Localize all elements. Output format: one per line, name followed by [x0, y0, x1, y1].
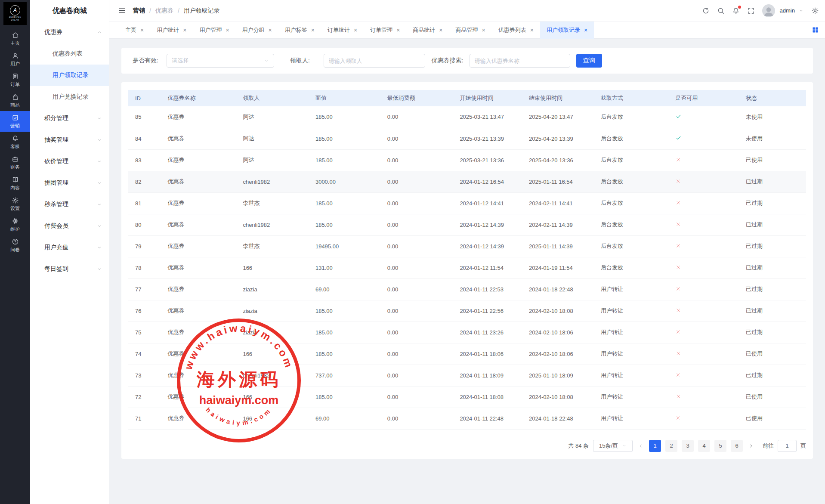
breadcrumb-coupon[interactable]: 优惠券 [155, 7, 173, 15]
cell-method: 后台发放 [594, 171, 668, 192]
sidebar-group-抽奖管理[interactable]: 抽奖管理 [30, 129, 109, 151]
close-icon[interactable]: × [354, 27, 357, 33]
chevron-down-icon[interactable] [798, 8, 804, 13]
sidebar-item-用户领取记录[interactable]: 用户领取记录 [30, 65, 109, 86]
avatar[interactable] [762, 4, 775, 17]
brand-logo[interactable]: A AMERICANDREAM [3, 2, 27, 25]
table-row: 74优惠券166185.000.002024-01-11 18:062024-0… [128, 343, 806, 365]
tab-商品管理[interactable]: 商品管理× [449, 22, 492, 39]
tab-用户分组[interactable]: 用户分组× [236, 22, 278, 39]
sidebar-item-优惠券列表[interactable]: 优惠券列表 [30, 43, 109, 65]
page-button-3[interactable]: 3 [682, 440, 694, 452]
sidebar-group-付费会员[interactable]: 付费会员 [30, 215, 109, 237]
close-icon[interactable]: × [482, 27, 485, 33]
rail-item-goods[interactable]: 商品 [0, 90, 30, 111]
tab-商品统计[interactable]: 商品统计× [406, 22, 449, 39]
tab-用户管理[interactable]: 用户管理× [193, 22, 235, 39]
cell-method: 后台发放 [594, 235, 668, 257]
tab-优惠券列表[interactable]: 优惠券列表× [492, 22, 540, 39]
collapse-menu-icon[interactable] [118, 6, 126, 15]
close-icon[interactable]: × [140, 27, 144, 33]
cell-id: 80 [128, 214, 161, 235]
cell-name: 优惠券 [161, 386, 236, 408]
cell-available [668, 128, 739, 149]
rail-item-settings[interactable]: 设置 [0, 194, 30, 214]
page-button-2[interactable]: 2 [665, 440, 677, 452]
sidebar-item-用户兑换记录[interactable]: 用户兑换记录 [30, 86, 109, 108]
grid-layout-icon[interactable] [812, 26, 819, 34]
sidebar-group-label: 抽奖管理 [44, 136, 68, 144]
sidebar-group-每日签到[interactable]: 每日签到 [30, 258, 109, 280]
username[interactable]: admin [780, 7, 795, 14]
content-icon [12, 176, 19, 183]
sidebar-group-积分管理[interactable]: 积分管理 [30, 108, 109, 129]
chevdown-icon [97, 223, 102, 229]
query-button[interactable]: 查询 [576, 54, 602, 68]
cell-end: 2025-04-20 13:47 [522, 106, 594, 128]
gear-icon[interactable] [811, 7, 819, 15]
sidebar-group-label: 秒杀管理 [44, 201, 68, 208]
sidebar-groups: 积分管理抽奖管理砍价管理拼团管理秒杀管理付费会员用户充值每日签到 [30, 108, 109, 280]
close-icon[interactable]: × [311, 27, 315, 33]
rail-item-content[interactable]: 内容 [0, 173, 30, 194]
page-button-6[interactable]: 6 [731, 440, 743, 452]
sidebar-group-砍价管理[interactable]: 砍价管理 [30, 151, 109, 172]
page-button-1[interactable]: 1 [649, 440, 661, 452]
sidebar-group-用户充值[interactable]: 用户充值 [30, 237, 109, 258]
search-icon[interactable] [717, 7, 725, 15]
coupon-submenu: 优惠券列表用户领取记录用户兑换记录 [30, 43, 109, 108]
cell-min_spend: 0.00 [380, 235, 453, 257]
close-icon[interactable]: × [530, 27, 534, 33]
cell-id: 71 [128, 408, 161, 429]
tab-用户标签[interactable]: 用户标签× [278, 22, 321, 39]
tab-主页[interactable]: 主页× [119, 22, 150, 39]
chevdown-icon [97, 180, 102, 186]
next-page-icon[interactable] [748, 443, 754, 449]
receiver-input[interactable] [324, 54, 425, 68]
cell-end: 2024-01-18 22:48 [522, 408, 594, 429]
sidebar-group-coupon[interactable]: 优惠券 [30, 22, 109, 43]
rail-item-home[interactable]: 主页 [0, 28, 30, 49]
tab-订单统计[interactable]: 订单统计× [321, 22, 364, 39]
rail-item-order[interactable]: 订单 [0, 70, 30, 90]
close-icon[interactable]: × [226, 27, 229, 33]
tab-订单管理[interactable]: 订单管理× [364, 22, 406, 39]
pagination: 共 84 条 15条/页 123456 前往 页 [128, 440, 806, 452]
page-button-5[interactable]: 5 [714, 440, 726, 452]
cell-id: 75 [128, 322, 161, 343]
cell-method: 用户转让 [594, 386, 668, 408]
notification-bell[interactable] [732, 7, 740, 15]
close-icon[interactable]: × [183, 27, 186, 33]
prev-page-icon[interactable] [638, 443, 644, 449]
close-icon[interactable]: × [439, 27, 442, 33]
rail-item-service[interactable]: 客服 [0, 132, 30, 152]
close-icon[interactable]: × [396, 27, 400, 33]
page-size-select[interactable]: 15条/页 [593, 440, 633, 452]
rail-item-finance[interactable]: 财务 [0, 152, 30, 173]
fullscreen-icon[interactable] [747, 7, 755, 15]
close-icon[interactable]: × [269, 27, 272, 33]
rail-item-user[interactable]: 用户 [0, 49, 30, 70]
cell-status: 未使用 [739, 128, 806, 149]
tab-用户领取记录[interactable]: 用户领取记录× [540, 22, 594, 39]
rail-item-maintain[interactable]: 维护 [0, 214, 30, 235]
cell-start: 2024-01-11 22:53 [453, 278, 522, 300]
sidebar-group-秒杀管理[interactable]: 秒杀管理 [30, 194, 109, 215]
cell-id: 72 [128, 386, 161, 408]
rail-item-survey[interactable]: 问卷 [0, 235, 30, 256]
coupon-search-input[interactable] [470, 54, 570, 68]
cell-value: 69.00 [309, 408, 380, 429]
goto-page-input[interactable] [778, 440, 797, 452]
cell-id: 76 [128, 300, 161, 322]
cell-method: 用户转让 [594, 365, 668, 386]
page-button-4[interactable]: 4 [698, 440, 710, 452]
rail-item-label: 主页 [10, 40, 20, 46]
chevdown-icon [97, 202, 102, 207]
valid-select[interactable]: 请选择 [167, 54, 274, 68]
tab-用户统计[interactable]: 用户统计× [150, 22, 193, 39]
breadcrumb-marketing[interactable]: 营销 [133, 7, 145, 15]
close-icon[interactable]: × [584, 27, 587, 33]
rail-item-marketing[interactable]: 营销 [0, 111, 30, 132]
sidebar-group-拼团管理[interactable]: 拼团管理 [30, 172, 109, 194]
refresh-icon[interactable] [702, 7, 710, 15]
